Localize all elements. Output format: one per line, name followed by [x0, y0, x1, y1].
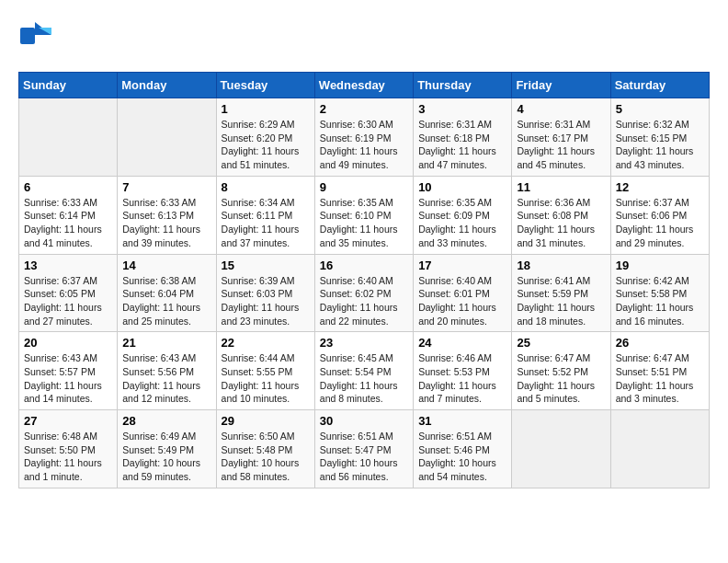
day-number: 22 — [222, 336, 310, 350]
day-number: 24 — [418, 336, 506, 350]
calendar-day-cell — [610, 410, 709, 488]
day-detail: Sunrise: 6:48 AMSunset: 5:50 PMDaylight:… — [24, 430, 112, 484]
calendar-day-cell: 25Sunrise: 6:47 AMSunset: 5:52 PMDayligh… — [512, 332, 610, 410]
calendar-day-cell: 12Sunrise: 6:37 AMSunset: 6:06 PMDayligh… — [610, 176, 709, 254]
day-detail: Sunrise: 6:51 AMSunset: 5:46 PMDaylight:… — [418, 430, 506, 484]
day-number: 20 — [24, 336, 112, 350]
day-number: 25 — [517, 336, 605, 350]
day-detail: Sunrise: 6:44 AMSunset: 5:55 PMDaylight:… — [222, 351, 310, 406]
calendar-day-cell: 28Sunrise: 6:49 AMSunset: 5:49 PMDayligh… — [118, 410, 216, 488]
calendar-day-cell: 7Sunrise: 6:33 AMSunset: 6:13 PMDaylight… — [118, 176, 216, 254]
calendar-week-row: 6Sunrise: 6:33 AMSunset: 6:14 PMDaylight… — [19, 176, 710, 254]
day-detail: Sunrise: 6:49 AMSunset: 5:49 PMDaylight:… — [122, 430, 210, 484]
day-detail: Sunrise: 6:43 AMSunset: 5:56 PMDaylight:… — [122, 351, 210, 406]
weekday-header: Friday — [512, 73, 610, 98]
calendar-week-row: 20Sunrise: 6:43 AMSunset: 5:57 PMDayligh… — [19, 332, 710, 410]
day-detail: Sunrise: 6:40 AMSunset: 6:02 PMDaylight:… — [320, 274, 408, 328]
calendar-day-cell: 3Sunrise: 6:31 AMSunset: 6:18 PMDaylight… — [414, 98, 512, 177]
day-number: 27 — [24, 414, 112, 428]
calendar-day-cell: 8Sunrise: 6:34 AMSunset: 6:11 PMDaylight… — [216, 176, 314, 254]
day-number: 14 — [122, 259, 210, 272]
calendar-day-cell: 15Sunrise: 6:39 AMSunset: 6:03 PMDayligh… — [216, 254, 314, 332]
weekday-header: Monday — [118, 73, 216, 98]
day-detail: Sunrise: 6:40 AMSunset: 6:01 PMDaylight:… — [418, 274, 506, 328]
calendar-day-cell: 31Sunrise: 6:51 AMSunset: 5:46 PMDayligh… — [414, 410, 512, 488]
weekday-header: Thursday — [414, 73, 512, 98]
calendar-week-row: 13Sunrise: 6:37 AMSunset: 6:05 PMDayligh… — [19, 254, 710, 332]
page-header — [18, 18, 710, 57]
day-number: 15 — [222, 259, 310, 272]
day-detail: Sunrise: 6:30 AMSunset: 6:19 PMDaylight:… — [320, 118, 408, 172]
day-detail: Sunrise: 6:31 AMSunset: 6:17 PMDaylight:… — [517, 118, 605, 172]
calendar-week-row: 27Sunrise: 6:48 AMSunset: 5:50 PMDayligh… — [19, 410, 710, 488]
day-number: 11 — [517, 180, 605, 194]
calendar-day-cell: 2Sunrise: 6:30 AMSunset: 6:19 PMDaylight… — [314, 98, 413, 177]
day-detail: Sunrise: 6:35 AMSunset: 6:09 PMDaylight:… — [418, 196, 506, 250]
calendar-header-row: SundayMondayTuesdayWednesdayThursdayFrid… — [19, 73, 710, 98]
calendar-day-cell: 26Sunrise: 6:47 AMSunset: 5:51 PMDayligh… — [610, 332, 709, 410]
calendar-day-cell — [512, 410, 610, 488]
day-detail: Sunrise: 6:38 AMSunset: 6:04 PMDaylight:… — [122, 274, 210, 328]
day-detail: Sunrise: 6:50 AMSunset: 5:48 PMDaylight:… — [222, 430, 310, 484]
day-detail: Sunrise: 6:36 AMSunset: 6:08 PMDaylight:… — [517, 196, 605, 250]
calendar-day-cell: 13Sunrise: 6:37 AMSunset: 6:05 PMDayligh… — [19, 254, 118, 332]
calendar-day-cell: 5Sunrise: 6:32 AMSunset: 6:15 PMDaylight… — [610, 98, 709, 177]
calendar-day-cell: 4Sunrise: 6:31 AMSunset: 6:17 PMDaylight… — [512, 98, 610, 177]
calendar-day-cell: 21Sunrise: 6:43 AMSunset: 5:56 PMDayligh… — [118, 332, 216, 410]
calendar-day-cell: 17Sunrise: 6:40 AMSunset: 6:01 PMDayligh… — [414, 254, 512, 332]
logo — [18, 18, 57, 57]
calendar-day-cell: 27Sunrise: 6:48 AMSunset: 5:50 PMDayligh… — [19, 410, 118, 488]
calendar-day-cell: 22Sunrise: 6:44 AMSunset: 5:55 PMDayligh… — [216, 332, 314, 410]
calendar-day-cell: 29Sunrise: 6:50 AMSunset: 5:48 PMDayligh… — [216, 410, 314, 488]
day-number: 2 — [320, 102, 408, 116]
day-detail: Sunrise: 6:37 AMSunset: 6:06 PMDaylight:… — [616, 196, 704, 250]
calendar-day-cell: 11Sunrise: 6:36 AMSunset: 6:08 PMDayligh… — [512, 176, 610, 254]
weekday-header: Tuesday — [216, 73, 314, 98]
day-detail: Sunrise: 6:39 AMSunset: 6:03 PMDaylight:… — [222, 274, 310, 328]
day-number: 23 — [320, 336, 408, 350]
day-number: 26 — [616, 336, 704, 350]
day-detail: Sunrise: 6:45 AMSunset: 5:54 PMDaylight:… — [320, 351, 408, 406]
day-detail: Sunrise: 6:41 AMSunset: 5:59 PMDaylight:… — [517, 274, 605, 328]
day-detail: Sunrise: 6:33 AMSunset: 6:14 PMDaylight:… — [24, 196, 112, 250]
day-number: 8 — [222, 180, 310, 194]
day-number: 13 — [24, 259, 112, 272]
day-detail: Sunrise: 6:47 AMSunset: 5:52 PMDaylight:… — [517, 351, 605, 406]
day-detail: Sunrise: 6:37 AMSunset: 6:05 PMDaylight:… — [24, 274, 112, 328]
calendar-day-cell: 16Sunrise: 6:40 AMSunset: 6:02 PMDayligh… — [314, 254, 413, 332]
weekday-header: Wednesday — [314, 73, 413, 98]
calendar-day-cell: 1Sunrise: 6:29 AMSunset: 6:20 PMDaylight… — [216, 98, 314, 177]
calendar-day-cell — [19, 98, 118, 177]
day-detail: Sunrise: 6:35 AMSunset: 6:10 PMDaylight:… — [320, 196, 408, 250]
weekday-header: Saturday — [610, 73, 709, 98]
day-detail: Sunrise: 6:29 AMSunset: 6:20 PMDaylight:… — [222, 118, 310, 172]
day-number: 3 — [418, 102, 506, 116]
day-number: 17 — [418, 259, 506, 272]
weekday-header: Sunday — [19, 73, 118, 98]
day-number: 28 — [122, 414, 210, 428]
day-number: 31 — [418, 414, 506, 428]
calendar-day-cell: 9Sunrise: 6:35 AMSunset: 6:10 PMDaylight… — [314, 176, 413, 254]
day-number: 18 — [517, 259, 605, 272]
day-number: 19 — [616, 259, 704, 272]
day-detail: Sunrise: 6:42 AMSunset: 5:58 PMDaylight:… — [616, 274, 704, 328]
logo-icon — [18, 18, 53, 57]
day-number: 21 — [122, 336, 210, 350]
calendar-week-row: 1Sunrise: 6:29 AMSunset: 6:20 PMDaylight… — [19, 98, 710, 177]
calendar-day-cell: 30Sunrise: 6:51 AMSunset: 5:47 PMDayligh… — [314, 410, 413, 488]
calendar-day-cell: 6Sunrise: 6:33 AMSunset: 6:14 PMDaylight… — [19, 176, 118, 254]
calendar-day-cell: 20Sunrise: 6:43 AMSunset: 5:57 PMDayligh… — [19, 332, 118, 410]
day-number: 12 — [616, 180, 704, 194]
calendar-day-cell: 24Sunrise: 6:46 AMSunset: 5:53 PMDayligh… — [414, 332, 512, 410]
svg-rect-0 — [20, 28, 35, 44]
day-detail: Sunrise: 6:47 AMSunset: 5:51 PMDaylight:… — [616, 351, 704, 406]
calendar-day-cell: 14Sunrise: 6:38 AMSunset: 6:04 PMDayligh… — [118, 254, 216, 332]
day-detail: Sunrise: 6:46 AMSunset: 5:53 PMDaylight:… — [418, 351, 506, 406]
day-number: 10 — [418, 180, 506, 194]
day-number: 7 — [122, 180, 210, 194]
calendar-day-cell: 10Sunrise: 6:35 AMSunset: 6:09 PMDayligh… — [414, 176, 512, 254]
day-detail: Sunrise: 6:31 AMSunset: 6:18 PMDaylight:… — [418, 118, 506, 172]
day-number: 1 — [222, 102, 310, 116]
day-number: 6 — [24, 180, 112, 194]
day-detail: Sunrise: 6:43 AMSunset: 5:57 PMDaylight:… — [24, 351, 112, 406]
